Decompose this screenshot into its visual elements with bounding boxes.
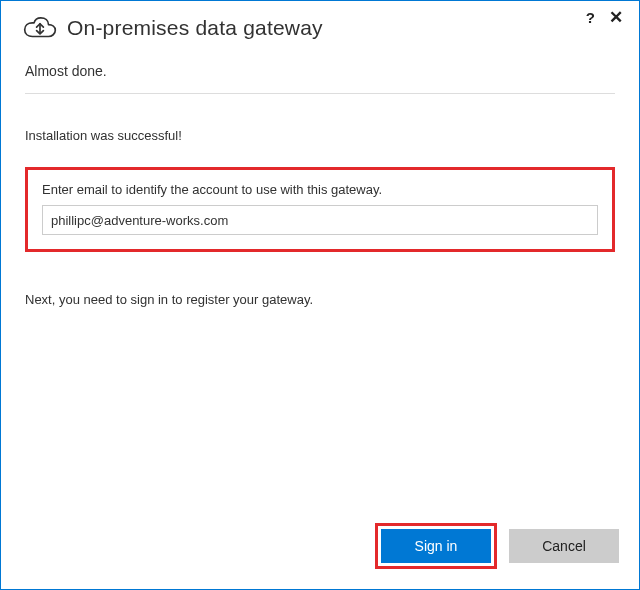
title-bar: On-premises data gateway ? ✕ [1,1,639,55]
email-field-label: Enter email to identify the account to u… [42,182,598,197]
next-step-message: Next, you need to sign in to register yo… [25,292,615,307]
page-subtitle: Almost done. [25,63,615,79]
gateway-installer-window: On-premises data gateway ? ✕ Almost done… [0,0,640,590]
content-area: Almost done. Installation was successful… [1,55,639,589]
cancel-button[interactable]: Cancel [509,529,619,563]
window-title: On-premises data gateway [67,16,323,40]
footer-buttons: Sign in Cancel [375,523,619,569]
titlebar-actions: ? ✕ [582,7,627,28]
email-field[interactable] [42,205,598,235]
help-icon[interactable]: ? [582,8,599,27]
sign-in-highlight: Sign in [375,523,497,569]
divider [25,93,615,94]
email-highlight-box: Enter email to identify the account to u… [25,167,615,252]
cloud-upload-icon [23,14,57,42]
sign-in-button[interactable]: Sign in [381,529,491,563]
close-icon[interactable]: ✕ [605,7,627,28]
install-success-message: Installation was successful! [25,128,615,143]
